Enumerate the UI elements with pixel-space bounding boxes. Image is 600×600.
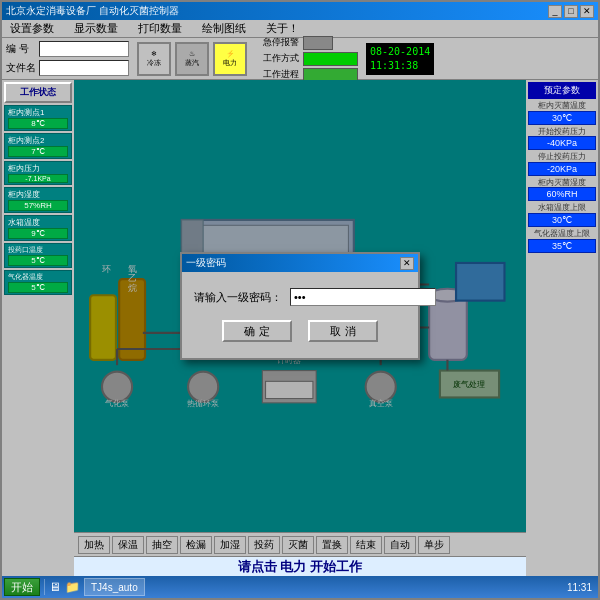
close-button[interactable]: ✕ <box>580 5 594 18</box>
power-icon: ⚡ <box>226 50 235 58</box>
preset-value-4: 30℃ <box>528 213 596 227</box>
preset-item-2: 停止投药压力 -20KPa <box>528 152 596 176</box>
date-display: 08-20-2014 <box>370 45 430 59</box>
alarm-section: 急停报警 工作方式 工作进程 <box>263 36 358 82</box>
modal-cancel-button[interactable]: 取 消 <box>308 320 378 342</box>
sensor-cabinet-1: 柜内测点1 8℃ <box>4 105 72 131</box>
left-sensor-panel: 工作状态 柜内测点1 8℃ 柜内测点2 7℃ 柜内压力 -7.1KPa 柜内湿度… <box>2 80 74 576</box>
sensor-cabinet-2: 柜内测点2 7℃ <box>4 133 72 159</box>
modal-body: 请输入一级密码： 确 定 取 消 <box>182 272 418 358</box>
replace-button[interactable]: 置换 <box>316 536 348 554</box>
right-preset-panel: 预定参数 柜内灭菌温度 30℃ 开始投药压力 -40KPa 停止投药压力 -20… <box>526 80 598 576</box>
start-button[interactable]: 开始 <box>4 578 40 596</box>
sensor-pressure-label: 柜内压力 <box>8 163 68 174</box>
center-area: 环 氧 乙 烷 气化泵 热循环泵 计时器 真空泵 <box>74 80 526 576</box>
freeze-button[interactable]: ❄ 冷冻 <box>137 42 171 76</box>
mode-indicator <box>303 52 358 66</box>
filename-input[interactable] <box>39 60 129 76</box>
taskbar: 开始 🖥 📁 TJ4s_auto 11:31 <box>2 576 598 598</box>
vacuum-button[interactable]: 抽空 <box>146 536 178 554</box>
preset-item-3: 柜内灭菌湿度 60%RH <box>528 178 596 202</box>
maximize-button[interactable]: □ <box>564 5 578 18</box>
modal-title-text: 一级密码 <box>186 256 226 270</box>
modal-overlay: 一级密码 ✕ 请输入一级密码： 确 定 取 消 <box>74 80 526 532</box>
end-button[interactable]: 结束 <box>350 536 382 554</box>
top-info-bar: 编 号 文件名 ❄ 冷冻 ♨ 蒸汽 ⚡ 电力 <box>2 38 598 80</box>
menu-display[interactable]: 显示数量 <box>70 20 122 37</box>
sensor-vaporizer-value: 5℃ <box>8 282 68 293</box>
process-diagram: 环 氧 乙 烷 气化泵 热循环泵 计时器 真空泵 <box>74 80 526 532</box>
number-field: 编 号 <box>6 41 129 57</box>
taskbar-time: 11:31 <box>567 582 596 593</box>
filename-label: 文件名 <box>6 61 36 75</box>
task-item[interactable]: TJ4s_auto <box>84 578 145 596</box>
preset-item-1: 开始投药压力 -40KPa <box>528 127 596 151</box>
alarm-row: 急停报警 <box>263 36 358 50</box>
filename-field: 文件名 <box>6 60 129 76</box>
sensor-water-label: 水箱温度 <box>8 217 68 228</box>
preset-value-2: -20KPa <box>528 162 596 176</box>
heat-button[interactable]: 加热 <box>78 536 110 554</box>
preset-label-0: 柜内灭菌温度 <box>528 101 596 111</box>
sensor-water: 水箱温度 9℃ <box>4 215 72 241</box>
steam-icon: ♨ <box>189 50 195 58</box>
sensor-dosing: 投药口温度 5℃ <box>4 243 72 268</box>
preset-value-5: 35℃ <box>528 239 596 253</box>
modal-prompt-label: 请输入一级密码： <box>194 290 282 305</box>
main-window: 北京永定消毒设备厂 自动化灭菌控制器 _ □ ✕ 设置参数 显示数量 打印数量 … <box>0 0 600 600</box>
steam-button[interactable]: ♨ 蒸汽 <box>175 42 209 76</box>
sensor-pressure: 柜内压力 -7.1KPa <box>4 161 72 185</box>
sensor-dosing-label: 投药口温度 <box>8 245 68 255</box>
menu-print[interactable]: 打印数量 <box>134 20 186 37</box>
sensor-water-value: 9℃ <box>8 228 68 239</box>
number-input[interactable] <box>39 41 129 57</box>
humidify-button[interactable]: 加湿 <box>214 536 246 554</box>
sensor-cabinet-2-label: 柜内测点2 <box>8 135 68 146</box>
menu-draw[interactable]: 绘制图纸 <box>198 20 250 37</box>
main-content: 工作状态 柜内测点1 8℃ 柜内测点2 7℃ 柜内压力 -7.1KPa 柜内湿度… <box>2 80 598 576</box>
taskbar-icon-1: 🖥 <box>49 580 61 594</box>
steam-label: 蒸汽 <box>185 58 199 68</box>
preset-label-2: 停止投药压力 <box>528 152 596 162</box>
modal-title-bar: 一级密码 ✕ <box>182 254 418 272</box>
modal-buttons: 确 定 取 消 <box>194 320 406 342</box>
sensor-humidity-label: 柜内湿度 <box>8 189 68 200</box>
modal-confirm-button[interactable]: 确 定 <box>222 320 292 342</box>
preset-title: 预定参数 <box>528 82 596 99</box>
menu-settings[interactable]: 设置参数 <box>6 20 58 37</box>
power-button[interactable]: ⚡ 电力 <box>213 42 247 76</box>
sensor-humidity-value: 57%RH <box>8 200 68 211</box>
insulate-button[interactable]: 保温 <box>112 536 144 554</box>
title-bar: 北京永定消毒设备厂 自动化灭菌控制器 _ □ ✕ <box>2 2 598 20</box>
password-input[interactable] <box>290 288 436 306</box>
sensor-cabinet-1-label: 柜内测点1 <box>8 107 68 118</box>
dose-button[interactable]: 投药 <box>248 536 280 554</box>
power-label: 电力 <box>223 58 237 68</box>
bottom-process-buttons: 加热 保温 抽空 检漏 加湿 投药 灭菌 置换 结束 自动 单步 <box>74 532 526 556</box>
work-status-button[interactable]: 工作状态 <box>4 82 72 103</box>
sensor-humidity: 柜内湿度 57%RH <box>4 187 72 213</box>
window-title: 北京永定消毒设备厂 自动化灭菌控制器 <box>6 4 179 18</box>
mode-row: 工作方式 <box>263 52 358 66</box>
modal-close-button[interactable]: ✕ <box>400 257 414 270</box>
step-button[interactable]: 单步 <box>418 536 450 554</box>
task-item-label: TJ4s_auto <box>91 582 138 593</box>
leak-check-button[interactable]: 检漏 <box>180 536 212 554</box>
datetime-display: 08-20-2014 11:31:38 <box>366 43 434 75</box>
preset-item-4: 水箱温度上限 30℃ <box>528 203 596 227</box>
preset-label-1: 开始投药压力 <box>528 127 596 137</box>
sterilize-button[interactable]: 灭菌 <box>282 536 314 554</box>
sensor-dosing-value: 5℃ <box>8 255 68 266</box>
minimize-button[interactable]: _ <box>548 5 562 18</box>
menu-about[interactable]: 关于！ <box>262 20 303 37</box>
sensor-cabinet-2-value: 7℃ <box>8 146 68 157</box>
status-icons: ❄ 冷冻 ♨ 蒸汽 ⚡ 电力 <box>137 42 247 76</box>
preset-label-3: 柜内灭菌湿度 <box>528 178 596 188</box>
auto-button[interactable]: 自动 <box>384 536 416 554</box>
preset-value-0: 30℃ <box>528 111 596 125</box>
sensor-vaporizer-label: 气化器温度 <box>8 272 68 282</box>
freeze-icon: ❄ <box>151 50 157 58</box>
mode-label: 工作方式 <box>263 52 299 65</box>
preset-item-5: 气化器温度上限 35℃ <box>528 229 596 253</box>
time-display: 11:31:38 <box>370 59 430 73</box>
